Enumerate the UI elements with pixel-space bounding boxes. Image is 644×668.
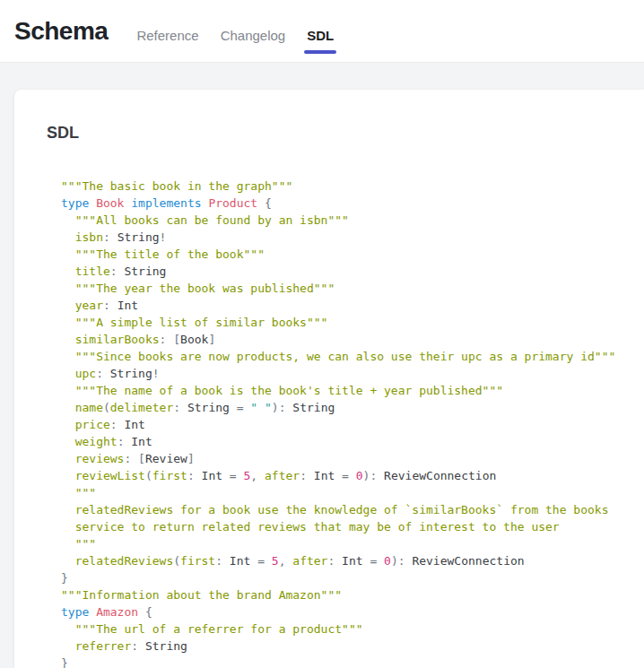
page-title: Schema bbox=[14, 17, 108, 46]
code-line: name(delimeter: String = " "): String bbox=[61, 399, 622, 416]
code-line: type Amazon { bbox=[61, 603, 622, 620]
code-line: """Information about the brand Amazon""" bbox=[61, 586, 622, 603]
code-line: } bbox=[61, 569, 622, 586]
code-line: type Book implements Product { bbox=[61, 195, 622, 212]
code-line: } bbox=[61, 655, 622, 668]
code-line: """The basic book in the graph""" bbox=[61, 178, 622, 195]
tab-changelog[interactable]: Changelog bbox=[221, 28, 286, 43]
code-line: """Since books are now products, we can … bbox=[61, 348, 622, 365]
code-line: relatedReviews for a book use the knowle… bbox=[61, 501, 622, 518]
code-line: price: Int bbox=[61, 416, 622, 433]
code-line: title: String bbox=[61, 263, 622, 280]
code-line: """The title of the book""" bbox=[61, 246, 622, 263]
code-line: relatedReviews(first: Int = 5, after: In… bbox=[61, 552, 622, 569]
code-line: """A simple list of similar books""" bbox=[61, 314, 622, 331]
tab-sdl[interactable]: SDL bbox=[307, 28, 334, 43]
code-line: reviews: [Review] bbox=[61, 450, 622, 467]
code-line: """All books can be found by an isbn""" bbox=[61, 212, 622, 229]
code-line: referrer: String bbox=[61, 638, 622, 655]
header: Schema Reference Changelog SDL bbox=[0, 0, 644, 63]
code-line: """ bbox=[61, 535, 622, 552]
code-line: reviewList(first: Int = 5, after: Int = … bbox=[61, 467, 622, 484]
content-area: SDL """The basic book in the graph"""typ… bbox=[0, 63, 644, 668]
sdl-code-block: """The basic book in the graph"""type Bo… bbox=[61, 178, 622, 668]
tab-reference[interactable]: Reference bbox=[136, 28, 198, 43]
code-line: weight: Int bbox=[61, 433, 622, 450]
code-line: """The url of a referrer for a product""… bbox=[61, 620, 622, 638]
code-line: isbn: String! bbox=[61, 229, 622, 246]
code-line: """The year the book was published""" bbox=[61, 280, 622, 297]
code-line: similarBooks: [Book] bbox=[61, 331, 622, 348]
code-line: """The name of a book is the book's titl… bbox=[61, 382, 622, 399]
active-tab-indicator bbox=[304, 50, 336, 54]
code-line: service to return related reviews that m… bbox=[61, 518, 622, 535]
tab-bar: Reference Changelog SDL bbox=[136, 28, 334, 43]
sdl-card: SDL """The basic book in the graph"""typ… bbox=[14, 90, 644, 668]
card-title: SDL bbox=[47, 124, 622, 143]
code-line: """ bbox=[61, 484, 622, 501]
tab-sdl-label: SDL bbox=[307, 28, 334, 43]
code-line: upc: String! bbox=[61, 365, 622, 382]
code-line: year: Int bbox=[61, 297, 622, 314]
